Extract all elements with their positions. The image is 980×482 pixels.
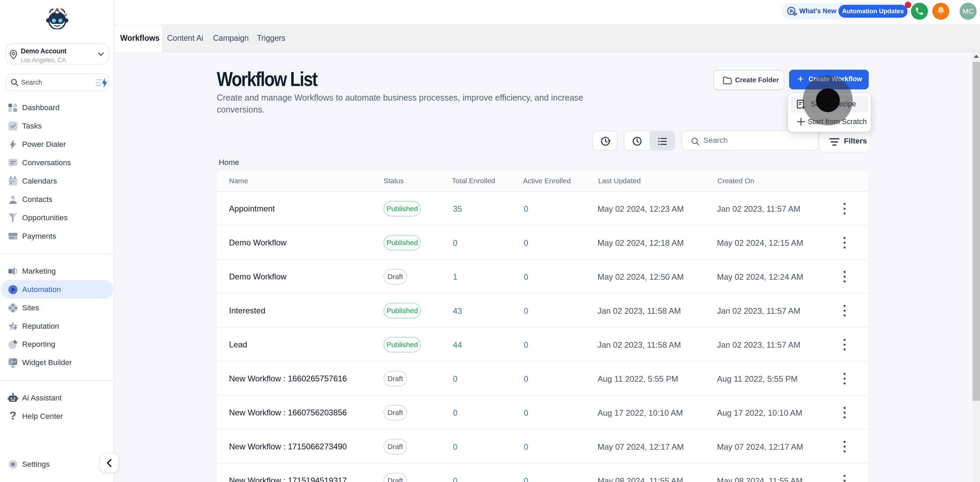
svg-text:?: ? [10,411,16,422]
